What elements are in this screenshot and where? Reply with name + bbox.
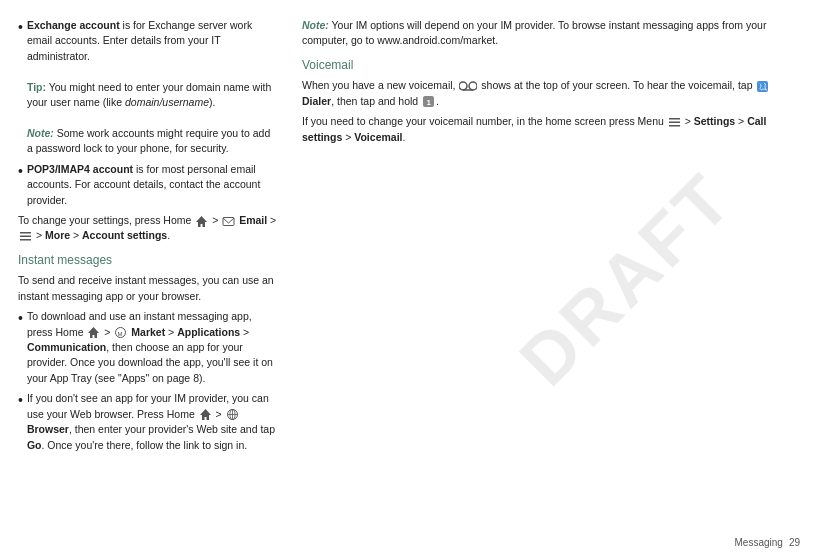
communication-label: Communication (27, 341, 106, 353)
note-text-im: Your IM options will depend on your IM p… (302, 19, 766, 46)
svg-rect-19 (669, 118, 680, 120)
svg-marker-8 (200, 409, 211, 420)
svg-rect-20 (669, 121, 680, 123)
svg-rect-1 (223, 217, 234, 225)
im-bullet2: • If you don't see an app for your IM pr… (18, 391, 278, 453)
page-category: Messaging (735, 537, 783, 548)
menu-icon-settings (19, 230, 32, 243)
tip-body: You might need to enter your domain name… (27, 81, 271, 108)
page-number: 29 (789, 537, 800, 548)
page-container: • Exchange account is for Exchange serve… (0, 0, 818, 558)
voicemail-p1: When you have a new voicemail, shows at … (302, 78, 796, 109)
hold-icon: 1 (422, 95, 435, 108)
exchange-bullet: • Exchange account is for Exchange serve… (18, 18, 278, 157)
bullet-dot-im1: • (18, 309, 23, 386)
home-icon-im (87, 326, 100, 339)
tip-italic: domain/username (125, 96, 209, 108)
bullet-dot-im2: • (18, 391, 23, 453)
note-label-exchange: Note: (27, 127, 54, 139)
settings-label: Settings (694, 115, 735, 127)
dialer-label: Dialer (302, 95, 331, 107)
svg-rect-4 (20, 239, 31, 241)
market-label: Market (131, 326, 165, 338)
svg-point-14 (469, 82, 477, 90)
svg-point-13 (459, 82, 467, 90)
im-note-line: Note: Your IM options will depend on you… (302, 18, 796, 49)
exchange-term: Exchange account (27, 19, 120, 31)
market-icon: M (114, 326, 127, 339)
exchange-text: Exchange account is for Exchange server … (27, 18, 278, 157)
more-label: More (45, 229, 70, 241)
bullet-dot-pop: • (18, 162, 23, 208)
svg-text:1: 1 (427, 98, 432, 107)
im-bullet1: • To download and use an instant messagi… (18, 309, 278, 386)
account-settings-label: Account settings (82, 229, 167, 241)
im-bullet1-text: To download and use an instant messaging… (27, 309, 278, 386)
page-number-area: Messaging 29 (735, 537, 800, 548)
note-label-im: Note: (302, 19, 329, 31)
dialer-icon (756, 80, 769, 93)
email-icon (222, 215, 235, 228)
pop-text: POP3/IMAP4 account is for most personal … (27, 162, 278, 208)
svg-marker-0 (196, 216, 207, 227)
voicemail-heading: Voicemail (302, 57, 796, 74)
left-column: • Exchange account is for Exchange serve… (18, 18, 278, 540)
voicemail-p2: If you need to change your voicemail num… (302, 114, 796, 145)
svg-rect-2 (20, 232, 31, 234)
go-label: Go (27, 439, 42, 451)
voicemail-menu-label: Voicemail (354, 131, 402, 143)
voicemail-icon (459, 80, 477, 92)
bullet-dot-exchange: • (18, 18, 23, 157)
email-label: Email (239, 214, 267, 226)
right-column: Note: Your IM options will depend on you… (302, 18, 796, 540)
browser-label: Browser (27, 423, 69, 435)
pop-bullet: • POP3/IMAP4 account is for most persona… (18, 162, 278, 208)
instant-intro: To send and receive instant messages, yo… (18, 273, 278, 304)
change-settings-line: To change your settings, press Home > Em… (18, 213, 278, 244)
applications-label: Applications (177, 326, 240, 338)
tip-label: Tip: (27, 81, 46, 93)
svg-rect-21 (669, 125, 680, 127)
home-icon (195, 215, 208, 228)
browser-icon (226, 408, 239, 421)
svg-marker-5 (88, 327, 99, 338)
svg-text:M: M (118, 331, 123, 337)
im-bullet2-text: If you don't see an app for your IM prov… (27, 391, 278, 453)
note-body-exchange: Some work accounts might require you to … (27, 127, 270, 154)
svg-rect-16 (757, 81, 768, 92)
menu-icon-voicemail (668, 116, 681, 129)
home-icon-browser (199, 408, 212, 421)
svg-rect-3 (20, 236, 31, 238)
instant-messages-heading: Instant messages (18, 252, 278, 269)
pop-term: POP3/IMAP4 account (27, 163, 133, 175)
